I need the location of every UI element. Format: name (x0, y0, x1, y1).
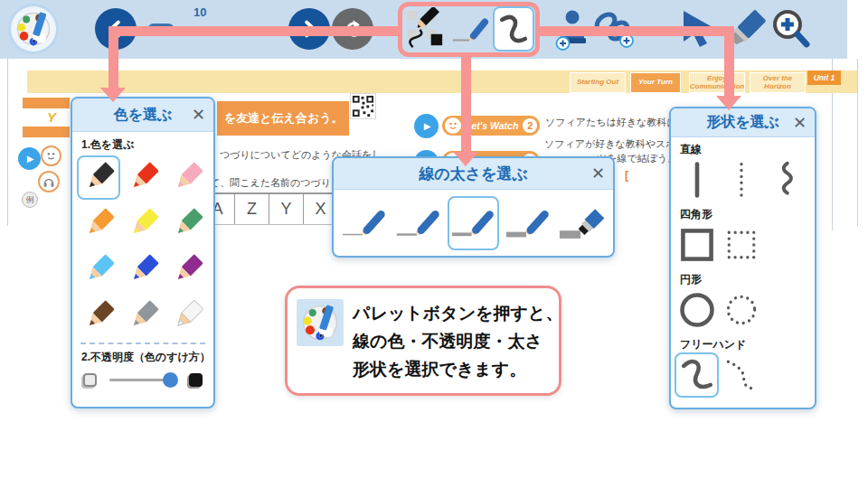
shape-section: 四角形 (671, 207, 815, 267)
pencil-blue[interactable] (121, 248, 165, 292)
opacity-slider-handle[interactable] (163, 372, 178, 388)
shape-panel-header: 形状を選ぶ ✕ (671, 108, 815, 137)
connector-line-right (536, 26, 734, 36)
tab-enjoy-communication[interactable]: Enjoy Communication (689, 72, 745, 93)
tab-starting-out[interactable]: Starting Out (570, 72, 626, 93)
pencil-red[interactable] (121, 155, 165, 200)
pencil-yellow[interactable] (121, 202, 165, 246)
shape-section: 直線 (671, 142, 815, 202)
bracket-fragment: [ (625, 168, 628, 182)
opacity-high-icon (189, 373, 203, 387)
play-button-watch[interactable]: ▶ (414, 114, 439, 138)
palette-button[interactable] (11, 6, 56, 52)
palette-button-thumbnail (297, 299, 344, 346)
thickness-option-marker[interactable] (556, 196, 608, 250)
arrow-to-color-panel-icon (100, 88, 126, 102)
headphones-icon (38, 171, 60, 192)
face-icon (445, 117, 461, 134)
color-panel-header: 色を選ぶ ✕ (72, 99, 213, 132)
thickness-option-medium[interactable] (448, 196, 499, 250)
alphabet-table: AZYX (201, 192, 338, 225)
shape-section-label: フリーハンド (680, 337, 815, 352)
shape-dotted-line[interactable] (719, 157, 763, 202)
arrow-to-thickness-panel-icon (453, 152, 478, 166)
shape-dotted-freehand[interactable] (719, 352, 763, 398)
palette-icon (300, 303, 340, 343)
thickness-option-regular[interactable] (393, 196, 445, 250)
pencil-grid (77, 155, 209, 338)
page-left-edge (7, 59, 8, 226)
play-button-left[interactable]: ▶ (18, 147, 41, 170)
shape-dotted-rect[interactable] (719, 222, 763, 267)
color-picker-panel: 色を選ぶ ✕ 1.色を選ぶ 2.不透明度（色のすけ方） (71, 97, 215, 408)
tab-your-turn[interactable]: Your Turn (630, 72, 681, 93)
play-icon: ▶ (27, 154, 34, 164)
callout-line-2: 線の色・不透明度・太さ (353, 327, 562, 355)
pencil-gray[interactable] (121, 294, 165, 338)
shape-section-label: 四角形 (680, 207, 815, 222)
close-icon[interactable]: ✕ (793, 115, 807, 131)
connector-stem-thickness (461, 54, 471, 154)
opacity-section-label: 2.不透明度（色のすけ方） (81, 350, 213, 365)
app-screen: Starting OutYour TurnEnjoy Communication… (0, 0, 868, 488)
shape-solid-rect[interactable] (675, 222, 719, 267)
shape-panel-title: 形状を選ぶ (706, 113, 779, 132)
goal-banner-top-bar (23, 98, 70, 108)
connector-stem-color (108, 26, 118, 89)
example-badge: 例 (22, 192, 38, 208)
qr-code (350, 93, 376, 119)
opacity-low-icon (83, 373, 97, 387)
connector-stem-shape (724, 26, 734, 98)
pencil-brown[interactable] (77, 294, 120, 338)
shape-row (675, 222, 815, 267)
shape-section: 円形 (671, 272, 815, 333)
opacity-slider[interactable] (109, 379, 175, 381)
close-icon[interactable]: ✕ (591, 165, 605, 182)
zoom-in-icon (769, 6, 812, 52)
shape-section-label: 直線 (680, 142, 815, 157)
shape-section: フリーハンド (671, 337, 815, 398)
pencil-pink[interactable] (165, 155, 209, 200)
pen-tools-highlight-box (398, 2, 540, 57)
alphabet-cell[interactable]: Z (235, 194, 269, 224)
shape-solid-line[interactable] (675, 157, 719, 202)
toolbar-right-margin (847, 0, 868, 59)
goal-banner-bottom-bar (23, 127, 70, 137)
pencil-purple[interactable] (165, 248, 209, 292)
face-icon (41, 145, 61, 166)
pencil-white[interactable] (165, 294, 209, 338)
shape-solid-freehand[interactable] (675, 352, 719, 398)
line-thickness-panel: 線の太さを選ぶ ✕ (332, 156, 615, 258)
lets-watch-badge[interactable]: Let's Watch 2 (442, 116, 540, 136)
shape-dotted-circle[interactable] (719, 287, 763, 333)
color-panel-title: 色を選ぶ (114, 106, 173, 125)
pencil-orange[interactable] (77, 202, 120, 246)
zoom-in-button[interactable] (769, 6, 812, 52)
pencil-light-blue[interactable] (77, 248, 120, 292)
unit-badge: Unit 1 (807, 70, 841, 85)
goal-banner: を友達と伝え合おう。 (217, 101, 349, 136)
lets-watch-label: Let's Watch (466, 120, 518, 131)
callout-line-1: パレットボタンを押すと、 (353, 299, 562, 327)
thickness-options (334, 190, 613, 257)
shape-solid-circle[interactable] (675, 287, 719, 333)
pencil-green[interactable] (165, 202, 209, 246)
lets-watch-count: 2 (523, 118, 537, 133)
close-icon[interactable]: ✕ (192, 107, 205, 123)
goal-text: を友達と伝え合おう。 (217, 110, 344, 127)
thickness-option-thin[interactable] (339, 196, 391, 250)
page-number: 10 (193, 5, 206, 19)
callout-text: パレットボタンを押すと、 線の色・不透明度・太さ 形状を選択できます。 (353, 299, 562, 382)
connector-line-left (108, 26, 401, 36)
color-section-label: 1.色を選ぶ (81, 137, 213, 153)
tab-over-the-horizon[interactable]: Over the Horizon (750, 72, 806, 93)
alphabet-cell[interactable]: Y (269, 194, 304, 224)
palette-help-callout: パレットボタンを押すと、 線の色・不透明度・太さ 形状を選択できます。 (285, 286, 561, 396)
shape-wavy-line[interactable] (763, 157, 807, 202)
shape-row (675, 157, 815, 202)
callout-line-3: 形状を選択できます。 (353, 355, 562, 383)
thickness-option-thick[interactable] (502, 196, 553, 250)
palette-icon (14, 10, 52, 48)
arrow-to-shape-panel-icon (716, 96, 741, 110)
pencil-black[interactable] (77, 155, 120, 200)
